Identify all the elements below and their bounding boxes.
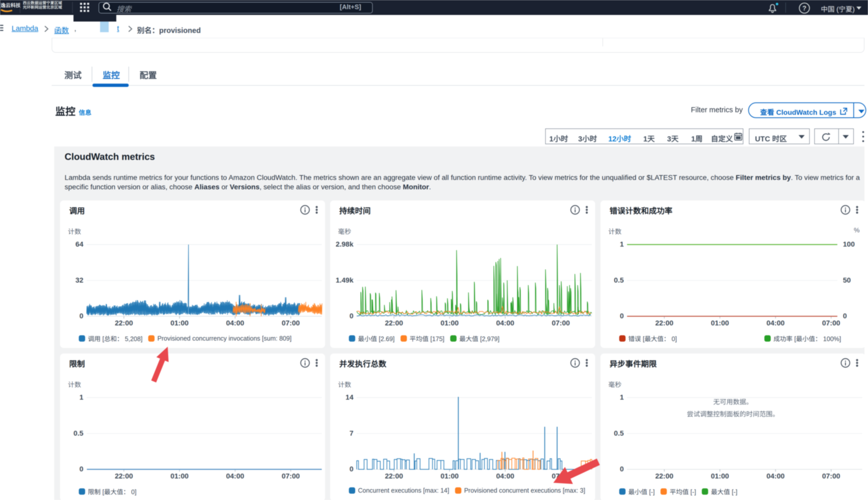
svg-text:?: ? bbox=[802, 4, 807, 12]
svg-text:逸云科技: 逸云科技 bbox=[0, 2, 21, 8]
